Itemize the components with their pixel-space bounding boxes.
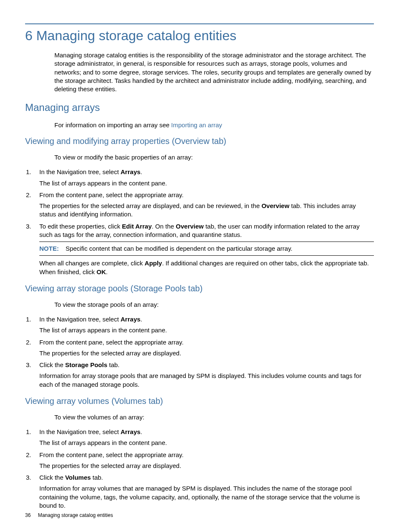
step-body: Click the Storage Pools tab. Information…: [39, 361, 374, 391]
step-number: 3.: [25, 473, 39, 512]
step-body: To edit these properties, click Edit Arr…: [39, 222, 374, 279]
step-body: From the content pane, select the approp…: [39, 338, 374, 360]
step-number: 1.: [25, 315, 39, 337]
overview-tab-steps: 1. In the Navigation tree, select Arrays…: [25, 168, 374, 279]
list-item: 3. To edit these properties, click Edit …: [25, 222, 374, 279]
step-number: 2.: [25, 338, 39, 360]
step-number: 2.: [25, 191, 39, 221]
chapter-title-text: Managing storage catalog entities: [36, 28, 237, 43]
chapter-title: 6 Managing storage catalog entities: [25, 27, 374, 45]
step-number: 3.: [25, 222, 39, 279]
chapter-intro: Managing storage catalog entities is the…: [54, 51, 374, 93]
list-item: 1. In the Navigation tree, select Arrays…: [25, 428, 374, 450]
importing-array-link[interactable]: Importing an array: [171, 121, 222, 129]
note-label: NOTE:: [39, 245, 59, 252]
storage-pools-steps: 1. In the Navigation tree, select Arrays…: [25, 315, 374, 391]
footer-title: Managing storage catalog entities: [38, 512, 113, 518]
note-text: Specific content that can be modified is…: [66, 245, 293, 252]
step-body: In the Navigation tree, select Arrays. T…: [39, 168, 374, 190]
top-rule: [25, 23, 374, 24]
list-item: 3. Click the Volumes tab. Information fo…: [25, 473, 374, 512]
managing-arrays-text: For information on importing an array se…: [54, 121, 374, 129]
step-number: 1.: [25, 168, 39, 190]
overview-tab-lead: To view or modify the basic properties o…: [54, 153, 374, 162]
note-box: NOTE:Specific content that can be modifi…: [39, 242, 374, 256]
volumes-tab-heading: Viewing array volumes (Volumes tab): [25, 396, 374, 407]
list-item: 1. In the Navigation tree, select Arrays…: [25, 315, 374, 337]
storage-pools-tab-lead: To view the storage pools of an array:: [54, 301, 374, 309]
step-number: 1.: [25, 428, 39, 450]
list-item: 2. From the content pane, select the app…: [25, 451, 374, 473]
page-number: 36: [25, 512, 31, 518]
page-footer: 36 Managing storage catalog entities: [25, 512, 113, 519]
step-body: In the Navigation tree, select Arrays. T…: [39, 428, 374, 450]
step-body: In the Navigation tree, select Arrays. T…: [39, 315, 374, 337]
storage-pools-tab-heading: Viewing array storage pools (Storage Poo…: [25, 283, 374, 294]
step-body: Click the Volumes tab. Information for a…: [39, 473, 374, 512]
list-item: 3. Click the Storage Pools tab. Informat…: [25, 361, 374, 391]
managing-arrays-text-before: For information on importing an array se…: [54, 121, 171, 129]
list-item: 1. In the Navigation tree, select Arrays…: [25, 168, 374, 190]
managing-arrays-heading: Managing arrays: [25, 101, 374, 114]
overview-tab-heading: Viewing and modifying array properties (…: [25, 136, 374, 147]
chapter-number: 6: [25, 28, 33, 43]
list-item: 2. From the content pane, select the app…: [25, 191, 374, 221]
volumes-steps: 1. In the Navigation tree, select Arrays…: [25, 428, 374, 512]
step-number: 3.: [25, 361, 39, 391]
volumes-tab-lead: To view the volumes of an array:: [54, 413, 374, 421]
step-body: From the content pane, select the approp…: [39, 191, 374, 221]
step-number: 2.: [25, 451, 39, 473]
list-item: 2. From the content pane, select the app…: [25, 338, 374, 360]
step-body: From the content pane, select the approp…: [39, 451, 374, 473]
